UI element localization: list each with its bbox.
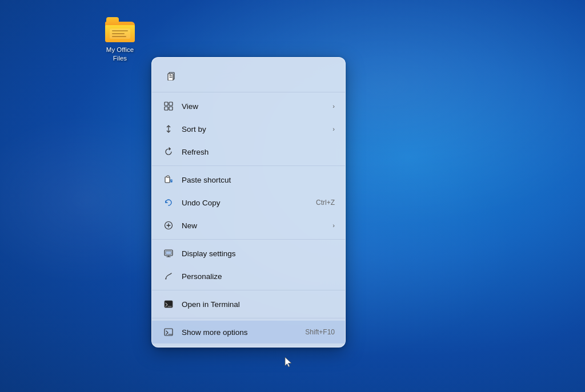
terminal-icon [162,298,175,310]
divider-after-terminal [152,318,345,318]
menu-item-paste-shortcut-label: Paste shortcut [182,176,335,184]
menu-item-new[interactable]: New › [152,214,345,237]
context-menu-top-row [152,61,345,92]
sort-icon [162,123,175,135]
svg-rect-7 [165,107,168,110]
paste-icon [167,71,176,80]
divider-after-personalize [152,290,345,290]
svg-point-19 [166,278,167,280]
divider-after-refresh [152,165,345,166]
menu-item-undo-copy-label: Undo Copy [182,199,309,207]
menu-item-open-terminal-label: Open in Terminal [182,300,335,309]
menu-item-view[interactable]: View › [152,95,345,118]
new-arrow: › [332,222,335,229]
desktop-icon-label: My Office Files [106,46,134,63]
menu-item-display-settings-label: Display settings [182,249,335,258]
undo-icon [162,196,175,209]
menu-item-open-terminal[interactable]: Open in Terminal [152,293,345,316]
svg-rect-8 [169,107,173,110]
menu-item-refresh[interactable]: Refresh [152,140,345,163]
view-arrow: › [332,103,335,110]
menu-item-refresh-label: Refresh [182,148,335,156]
menu-item-view-label: View [182,102,328,111]
menu-item-personalize-label: Personalize [182,272,335,281]
menu-item-show-more-options[interactable]: Show more options Shift+F10 [152,321,345,343]
svg-rect-6 [169,102,173,106]
menu-item-paste-shortcut[interactable]: Paste shortcut [152,168,345,191]
svg-rect-5 [165,102,168,106]
paste-icon-button[interactable] [161,66,182,86]
sort-arrow: › [332,126,335,132]
view-icon [162,100,175,112]
menu-item-sort-label: Sort by [182,125,328,134]
svg-rect-18 [166,251,171,254]
menu-item-personalize[interactable]: Personalize [152,265,345,288]
menu-item-sort-by[interactable]: Sort by › [152,118,345,140]
menu-item-display-settings[interactable]: Display settings [152,242,345,265]
menu-item-undo-copy[interactable]: Undo Copy Ctrl+Z [152,191,345,214]
show-more-shortcut: Shift+F10 [305,328,335,336]
desktop-icon-my-office-files[interactable]: My Office Files [97,17,143,63]
more-options-icon [162,326,175,338]
new-icon [162,219,175,232]
folder-icon [105,17,135,42]
menu-item-show-more-label: Show more options [182,328,298,337]
personalize-icon [162,270,175,282]
context-menu: View › Sort by › Refresh [151,57,346,347]
undo-copy-shortcut: Ctrl+Z [316,199,335,207]
paste-shortcut-icon [162,173,175,186]
svg-rect-11 [167,176,169,177]
refresh-icon [162,146,175,158]
menu-item-new-label: New [182,221,328,230]
divider-after-new [152,239,345,240]
display-icon [162,247,175,260]
